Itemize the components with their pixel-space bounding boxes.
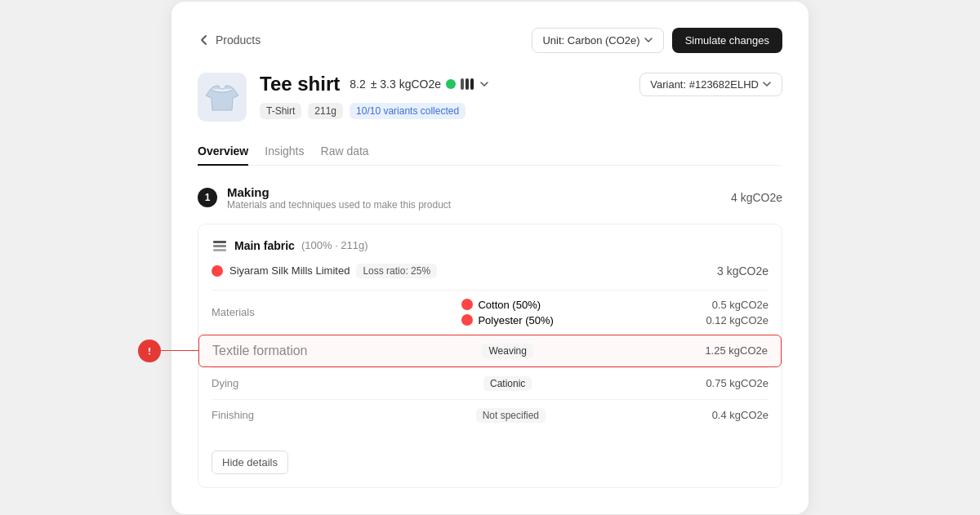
hide-details-button[interactable]: Hide details <box>212 451 288 474</box>
section-title: Making <box>227 185 451 199</box>
layers-icon <box>212 238 228 254</box>
green-dot-icon <box>446 79 456 89</box>
hide-details-wrapper: Hide details <box>212 439 768 474</box>
top-bar: Products Unit: Carbon (CO2e) Simulate ch… <box>198 28 782 53</box>
svg-rect-3 <box>149 348 150 352</box>
unit-label: Unit: Carbon (CO2e) <box>542 34 639 47</box>
material-amounts: 0.5 kgCO2e 0.12 kgCO2e <box>706 299 768 326</box>
supplier-row: Siyaram Silk Mills Limited Loss ratio: 2… <box>212 264 768 278</box>
textile-row-wrapper: Textile formation Weaving 1.25 kgCO2e <box>212 335 768 367</box>
bar-seg-1 <box>461 78 464 90</box>
fabric-title: Main fabric <box>234 239 295 252</box>
dying-value: Cationic <box>483 376 532 391</box>
section-title-text: Making Materials and techniques used to … <box>227 185 451 211</box>
fabric-card: Main fabric (100% · 211g) Siyaram Silk M… <box>198 224 782 488</box>
textile-row: Textile formation Weaving 1.25 kgCO2e <box>198 335 782 367</box>
simulate-label: Simulate changes <box>685 34 769 47</box>
bar-seg-2 <box>466 78 469 90</box>
product-name: Tee shirt <box>260 73 340 95</box>
finishing-amount: 0.4 kgCO2e <box>712 409 768 421</box>
material-2-amount: 0.12 kgCO2e <box>706 314 768 326</box>
finishing-value: Not specified <box>476 408 546 423</box>
product-header: Tee shirt 8.2 ± 3.3 kgCO2e <box>198 73 782 122</box>
material-1-amount: 0.5 kgCO2e <box>706 299 768 311</box>
materials-values: Cotton (50%) Polyester (50%) <box>461 299 553 326</box>
unit-button[interactable]: Unit: Carbon (CO2e) <box>532 28 663 53</box>
back-label: Products <box>216 33 261 47</box>
dying-amount: 0.75 kgCO2e <box>706 377 768 389</box>
tabs: Overview Insights Raw data <box>198 138 782 166</box>
product-info: Tee shirt 8.2 ± 3.3 kgCO2e <box>260 73 782 119</box>
material-2-name: Polyester (50%) <box>478 314 553 326</box>
main-card: Products Unit: Carbon (CO2e) Simulate ch… <box>172 2 808 514</box>
variant-label: Variant: #123682ELHD <box>650 78 759 91</box>
product-title-row: Tee shirt 8.2 ± 3.3 kgCO2e <box>260 73 782 96</box>
supplier-value: 3 kgCO2e <box>717 264 768 277</box>
category-tag: T-Shirt <box>260 103 301 119</box>
hide-btn-label: Hide details <box>222 456 278 468</box>
section-subtitle: Materials and techniques used to make th… <box>227 199 451 211</box>
back-link[interactable]: Products <box>198 33 261 47</box>
section-title-group: 1 Making Materials and techniques used t… <box>198 185 451 211</box>
fabric-sub: (100% · 211g) <box>301 239 368 251</box>
tab-insights[interactable]: Insights <box>265 138 304 166</box>
tab-overview[interactable]: Overview <box>198 138 248 166</box>
fabric-header: Main fabric (100% · 211g) <box>212 238 768 254</box>
svg-rect-4 <box>149 353 150 354</box>
material-item-2: Polyester (50%) <box>461 314 553 326</box>
finishing-row: Finishing Not specified 0.4 kgCO2e <box>212 399 768 431</box>
materials-row: Materials Cotton (50%) Polyester (50%) 0… <box>212 290 768 335</box>
carbon-number: 8.2 <box>350 78 365 91</box>
chevron-down-icon[interactable] <box>479 78 490 90</box>
carbon-pm: ± 3.3 kgCO2e <box>371 78 441 91</box>
textile-amount: 1.25 kgCO2e <box>705 344 768 357</box>
alert-icon <box>138 340 161 362</box>
weight-tag: 211g <box>308 103 343 119</box>
material-2-status-icon <box>461 314 473 326</box>
product-meta: T-Shirt 211g 10/10 variants collected <box>260 103 782 119</box>
finishing-label: Finishing <box>212 409 310 421</box>
tab-raw-data[interactable]: Raw data <box>321 138 369 166</box>
section-total: 4 kgCO2e <box>731 191 782 204</box>
carbon-bar <box>461 78 474 90</box>
supplier-status-icon <box>212 265 223 277</box>
top-bar-right: Unit: Carbon (CO2e) Simulate changes <box>532 28 782 53</box>
chevron-down-icon <box>644 35 653 45</box>
alert-symbol-icon <box>144 345 155 357</box>
simulate-button[interactable]: Simulate changes <box>672 28 782 53</box>
material-item-1: Cotton (50%) <box>461 299 553 311</box>
bar-seg-3 <box>470 78 474 90</box>
material-1-status-icon <box>461 299 473 310</box>
svg-rect-2 <box>213 249 226 251</box>
loss-ratio-tag: Loss ratio: 25% <box>356 264 437 278</box>
product-image <box>198 73 247 122</box>
textile-value: Weaving <box>482 344 532 358</box>
variants-tag: 10/10 variants collected <box>350 103 466 119</box>
tshirt-illustration <box>204 79 240 115</box>
variant-button[interactable]: Variant: #123682ELHD <box>639 73 782 96</box>
svg-rect-1 <box>213 245 226 247</box>
dying-label: Dying <box>212 377 310 389</box>
material-1-name: Cotton (50%) <box>478 299 541 311</box>
supplier-name: Siyaram Silk Mills Limited <box>229 264 350 277</box>
carbon-value: 8.2 ± 3.3 kgCO2e <box>350 78 490 91</box>
dying-row: Dying Cationic 0.75 kgCO2e <box>212 367 768 399</box>
making-section-header: 1 Making Materials and techniques used t… <box>198 185 782 211</box>
section-number: 1 <box>198 188 217 207</box>
back-arrow-icon <box>198 33 211 47</box>
variant-chevron-icon <box>762 79 772 89</box>
svg-rect-0 <box>213 241 226 243</box>
materials-label: Materials <box>212 306 310 318</box>
textile-label: Textile formation <box>212 344 310 358</box>
